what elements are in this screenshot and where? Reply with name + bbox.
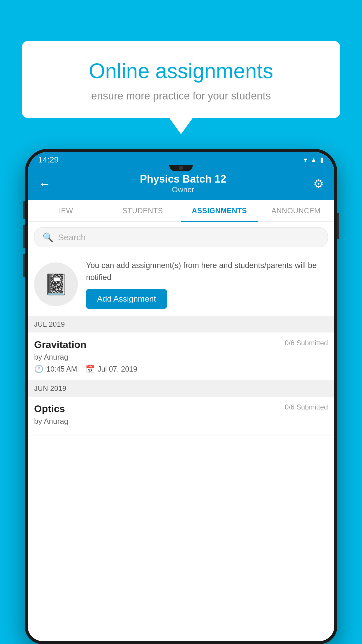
- promo-icon-circle: 📓: [34, 262, 78, 306]
- phone-screen: 14:29 ▾ ▲ ▮ ← Physics Batch 12 Owner ⚙ I…: [28, 152, 334, 641]
- assignment-by-optics: by Anurag: [34, 417, 328, 426]
- clock-icon: 🕐: [34, 365, 43, 374]
- assignment-item-optics[interactable]: Optics 0/6 Submitted by Anurag: [28, 397, 334, 435]
- add-assignment-button[interactable]: Add Assignment: [86, 289, 167, 309]
- speech-bubble-subtitle: ensure more practice for your students: [42, 90, 320, 102]
- signal-icon: ▲: [310, 156, 317, 164]
- tab-students[interactable]: STUDENTS: [104, 200, 181, 221]
- volume-down-button: [23, 254, 25, 277]
- app-header: ← Physics Batch 12 Owner ⚙: [28, 168, 334, 200]
- battery-icon: ▮: [320, 156, 324, 164]
- section-jun-2019: JUN 2019: [28, 380, 334, 397]
- tab-announcements[interactable]: ANNOUNCEM: [258, 200, 334, 221]
- notebook-icon: 📓: [43, 272, 69, 296]
- tab-iew[interactable]: IEW: [28, 200, 104, 221]
- assignment-name-optics: Optics: [34, 403, 65, 414]
- promo-text-area: You can add assignment(s) from here and …: [86, 260, 328, 309]
- assignment-top-optics: Optics 0/6 Submitted: [34, 403, 328, 414]
- wifi-icon: ▾: [304, 156, 307, 164]
- speech-bubble-wrapper: Online assignments ensure more practice …: [22, 41, 340, 134]
- assignment-time: 🕐 10:45 AM: [34, 365, 77, 374]
- assignment-meta: 🕐 10:45 AM 📅 Jul 07, 2019: [34, 365, 328, 374]
- speech-bubble-title: Online assignments: [42, 58, 320, 83]
- header-subtitle: Owner: [140, 185, 226, 194]
- phone-frame: 14:29 ▾ ▲ ▮ ← Physics Batch 12 Owner ⚙ I…: [25, 149, 337, 644]
- tabs-bar: IEW STUDENTS ASSIGNMENTS ANNOUNCEM: [28, 200, 334, 222]
- camera-dot: [179, 166, 183, 170]
- assignment-by: by Anurag: [34, 353, 328, 362]
- back-button[interactable]: ←: [38, 176, 53, 191]
- assignment-name: Gravitation: [34, 339, 86, 350]
- speech-bubble-arrow: [169, 118, 193, 134]
- status-icons: ▾ ▲ ▮: [304, 156, 324, 164]
- assignment-time-value: 10:45 AM: [46, 365, 77, 373]
- content-area: 🔍 Search 📓 You can add assignment(s) fro…: [28, 222, 334, 641]
- volume-up-button: [23, 225, 25, 248]
- mute-button: [23, 201, 25, 219]
- settings-button[interactable]: ⚙: [313, 177, 324, 190]
- notch: [169, 165, 193, 171]
- assignment-date: 📅 Jul 07, 2019: [85, 365, 137, 374]
- search-icon: 🔍: [43, 232, 53, 242]
- section-jul-2019: JUL 2019: [28, 316, 334, 332]
- tab-assignments[interactable]: ASSIGNMENTS: [181, 200, 258, 221]
- power-button: [337, 213, 339, 239]
- search-placeholder: Search: [58, 232, 86, 242]
- status-time: 14:29: [38, 155, 59, 164]
- header-title: Physics Batch 12: [140, 173, 226, 185]
- calendar-icon: 📅: [85, 365, 95, 374]
- search-container: 🔍 Search: [28, 222, 334, 253]
- assignment-top: Gravitation 0/6 Submitted: [34, 339, 328, 350]
- search-bar[interactable]: 🔍 Search: [34, 227, 328, 247]
- promo-description: You can add assignment(s) from here and …: [86, 260, 328, 283]
- assignment-item-gravitation[interactable]: Gravitation 0/6 Submitted by Anurag 🕐 10…: [28, 332, 334, 380]
- speech-bubble: Online assignments ensure more practice …: [22, 41, 340, 118]
- assignment-submitted: 0/6 Submitted: [285, 339, 328, 347]
- assignment-submitted-optics: 0/6 Submitted: [285, 403, 328, 411]
- assignment-date-value: Jul 07, 2019: [98, 365, 137, 373]
- promo-block: 📓 You can add assignment(s) from here an…: [28, 253, 334, 316]
- header-title-group: Physics Batch 12 Owner: [140, 173, 226, 194]
